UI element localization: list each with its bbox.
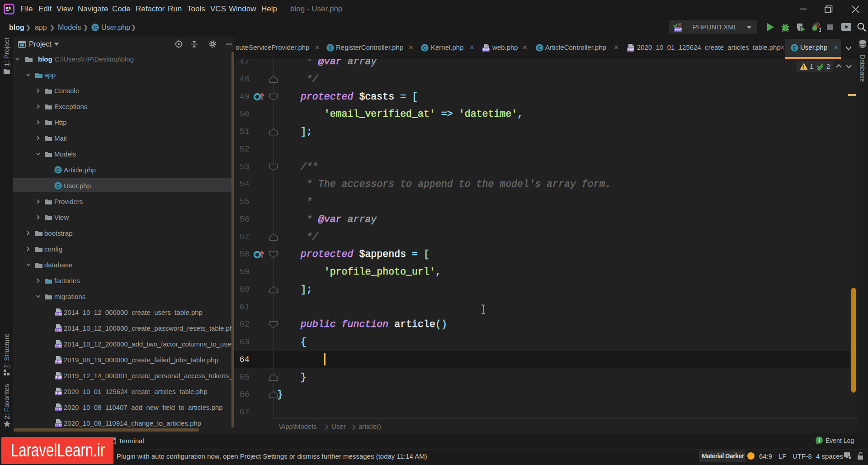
- svg-text:PHP: PHP: [675, 28, 682, 32]
- svg-text:PHP: PHP: [628, 48, 634, 51]
- svg-text:PHP: PHP: [56, 328, 62, 332]
- svg-text:1: 1: [818, 437, 821, 443]
- svg-text:PHP: PHP: [483, 48, 490, 51]
- svg-text:PHP: PHP: [56, 360, 62, 363]
- svg-text:C: C: [793, 45, 797, 51]
- svg-text:C: C: [57, 167, 60, 173]
- svg-text:PHP: PHP: [56, 376, 62, 379]
- svg-text:C: C: [423, 45, 427, 51]
- svg-text:C: C: [329, 45, 332, 51]
- svg-text:PHP: PHP: [56, 408, 62, 411]
- svg-text:PHP: PHP: [56, 344, 62, 347]
- svg-text:C: C: [538, 45, 542, 51]
- svg-text:C: C: [57, 183, 60, 189]
- svg-text:C: C: [94, 25, 97, 30]
- svg-text:PHP: PHP: [56, 313, 62, 316]
- svg-text:PS: PS: [6, 6, 11, 10]
- svg-text:PHP: PHP: [56, 423, 62, 427]
- svg-text:PHP: PHP: [56, 392, 62, 395]
